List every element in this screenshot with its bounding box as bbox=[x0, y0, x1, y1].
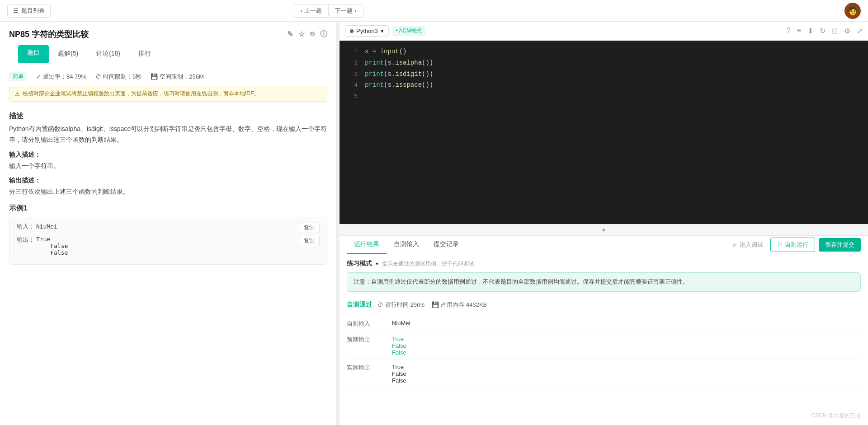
list-icon: ☰ bbox=[13, 7, 19, 14]
problem-meta: 简单 ✓ 通过率：84.79% ⏱ 时间限制：5秒 💾 空间限制：256M bbox=[0, 67, 336, 86]
description-title: 描述 bbox=[9, 112, 327, 121]
example-output-label: 输出： bbox=[17, 236, 34, 243]
time-limit: ⏱ 时间限制：5秒 bbox=[95, 73, 142, 81]
problem-title-text: NP85 字符的类型比较 bbox=[9, 29, 89, 40]
memory-meta: 💾 占用内存 4432KB bbox=[432, 301, 487, 309]
row-label-expected: 预期输出 bbox=[347, 336, 392, 344]
memory-icon: 💾 bbox=[151, 73, 158, 80]
nav-buttons: ‹ 上一题 下一题 › bbox=[294, 4, 363, 18]
code-line-4: 4 print(s.isspace()) bbox=[340, 79, 868, 91]
info-icon[interactable]: ⓘ bbox=[320, 30, 327, 39]
warning-notice: ⚠ 校招时部分企业笔试将禁止编程题跳出页面，为提前适应，练习时请使用在线自测，而… bbox=[9, 86, 327, 102]
list-icon[interactable]: ≡ bbox=[797, 27, 801, 35]
difficulty-badge: 简单 bbox=[9, 72, 27, 81]
row-label-actual: 实际输出 bbox=[347, 364, 392, 372]
practice-mode-hint: 提示未通过的测试用例，便于代码调试 bbox=[382, 260, 474, 268]
results-content: 练习模式 ▾ 提示未通过的测试用例，便于代码调试 注意：自测用例通过仅代表部分的… bbox=[340, 254, 868, 425]
settings-icon[interactable]: ⚙ bbox=[844, 27, 850, 35]
avatar[interactable]: 🧑 bbox=[844, 3, 861, 19]
editor-toolbar: Python3 ▾ • ACM模式 ? ≡ ⬇ ↻ ⊡ ⚙ ⤢ bbox=[340, 22, 868, 41]
code-line-3: 3 print(s.isdigit()) bbox=[340, 69, 868, 80]
question-icon[interactable]: ? bbox=[787, 27, 791, 35]
pass-text: 自测通过 bbox=[347, 301, 372, 309]
chevron-right-icon: › bbox=[354, 7, 356, 14]
clock-icon: ⏱ bbox=[377, 301, 383, 308]
space-limit: 💾 空间限制：256M bbox=[151, 73, 204, 81]
chevron-left-icon: ‹ bbox=[301, 7, 302, 14]
debug-btn[interactable]: ⛭ 进入调试 bbox=[728, 239, 767, 251]
refresh-icon[interactable]: ↻ bbox=[820, 27, 826, 35]
example-input-row: 输入： NiuMei 复制 bbox=[17, 223, 320, 233]
tab-solutions[interactable]: 题解(5) bbox=[49, 45, 87, 63]
code-editor[interactable]: 1 s = input() 2 print(s.isalpha()) 3 pri… bbox=[340, 41, 868, 224]
description-text: Python有内置函数isalpha、isdigit、isspace可以分别判断… bbox=[9, 124, 327, 145]
memory-icon: 💾 bbox=[432, 301, 439, 308]
example-input-label: 输入： bbox=[17, 223, 34, 230]
result-row-input: 自测输入 NiuMei bbox=[347, 316, 861, 332]
watermark: CSDN @北极的三哈 bbox=[811, 412, 861, 420]
clock-icon: ⏱ bbox=[95, 73, 101, 80]
download-icon[interactable]: ⬇ bbox=[807, 27, 813, 35]
problem-title: NP85 字符的类型比较 ✎ ☆ ⎋ ⓘ bbox=[9, 29, 327, 40]
example-box: 输入： NiuMei 复制 输出： True False False 复制 bbox=[9, 217, 327, 265]
problem-content: 描述 Python有内置函数isalpha、isdigit、isspace可以分… bbox=[0, 105, 336, 425]
code-line-5: 5 bbox=[340, 91, 868, 102]
edit-icon[interactable]: ✎ bbox=[287, 30, 293, 39]
practice-mode-arrow: ▾ bbox=[376, 261, 378, 267]
pass-meta: ⏱ 运行时间 29ms 💾 占用内存 4432KB bbox=[377, 301, 487, 309]
row-value-input: NiuMei bbox=[392, 320, 410, 327]
problem-tabs: 题目 题解(5) 讨论(18) 排行 bbox=[9, 45, 327, 63]
next-btn[interactable]: 下一题 › bbox=[328, 4, 363, 18]
collapse-handle[interactable]: ▾ bbox=[340, 224, 868, 235]
results-panel: 运行结果 自测输入 提交记录 ⛭ 进入调试 ▷ 自测运行 保存并提交 练习模式 bbox=[340, 235, 868, 425]
tab-problem[interactable]: 题目 bbox=[18, 45, 49, 63]
copy-output-btn[interactable]: 复制 bbox=[299, 236, 320, 246]
pass-rate: ✓ 通过率：84.79% bbox=[36, 73, 86, 81]
warning-icon: ⚠ bbox=[15, 91, 20, 97]
run-time-meta: ⏱ 运行时间 29ms bbox=[377, 301, 425, 309]
problem-header: NP85 字符的类型比较 ✎ ☆ ⎋ ⓘ 题目 题解(5) 讨论(18) 排行 bbox=[0, 22, 336, 67]
check-icon: ✓ bbox=[36, 73, 41, 80]
lang-dot bbox=[350, 29, 354, 33]
language-label: Python3 bbox=[356, 28, 378, 34]
fullscreen-icon[interactable]: ⤢ bbox=[857, 27, 863, 35]
left-panel: NP85 字符的类型比较 ✎ ☆ ⎋ ⓘ 题目 题解(5) 讨论(18) 排行 … bbox=[0, 22, 337, 425]
chevron-down-icon: ▾ bbox=[602, 226, 605, 234]
example-output-section: 输出： True False False bbox=[17, 236, 68, 256]
tab-submit-history[interactable]: 提交记录 bbox=[426, 236, 466, 254]
run-btn[interactable]: ▷ 自测运行 bbox=[770, 238, 815, 252]
practice-mode-bar: 练习模式 ▾ 提示未通过的测试用例，便于代码调试 bbox=[347, 260, 861, 268]
row-value-expected: TrueFalseFalse bbox=[392, 336, 406, 356]
share-icon[interactable]: ⎋ bbox=[310, 30, 315, 39]
main-layout: NP85 字符的类型比较 ✎ ☆ ⎋ ⓘ 题目 题解(5) 讨论(18) 排行 … bbox=[0, 22, 868, 425]
code-line-2: 2 print(s.isalpha()) bbox=[340, 57, 868, 69]
tab-self-test[interactable]: 自测输入 bbox=[387, 236, 426, 254]
problem-icons: ✎ ☆ ⎋ ⓘ bbox=[287, 30, 327, 39]
input-desc-title: 输入描述： bbox=[9, 151, 327, 159]
input-desc: 输入一个字符串。 bbox=[9, 161, 327, 172]
split-icon[interactable]: ⊡ bbox=[832, 27, 838, 35]
notice-box: 注意：自测用例通过仅代表部分的数据用例通过，不代表题目的全部数据用例均能通过。保… bbox=[347, 272, 861, 292]
top-nav: ☰ 题目列表 ‹ 上一题 下一题 › 🧑 bbox=[0, 0, 868, 22]
example-input-value: NiuMei bbox=[36, 223, 57, 230]
output-desc-title: 输出描述： bbox=[9, 177, 327, 185]
row-label-input: 自测输入 bbox=[347, 320, 392, 328]
star-icon[interactable]: ☆ bbox=[298, 30, 305, 39]
tab-ranking[interactable]: 排行 bbox=[129, 45, 160, 63]
problem-list-btn[interactable]: ☰ 题目列表 bbox=[7, 4, 51, 18]
problem-list-label: 题目列表 bbox=[21, 7, 45, 15]
prev-btn[interactable]: ‹ 上一题 bbox=[294, 4, 328, 18]
row-value-actual: TrueFalseFalse bbox=[392, 364, 406, 384]
acm-mode-badge: • ACM模式 bbox=[392, 26, 426, 36]
copy-input-btn[interactable]: 复制 bbox=[299, 223, 320, 233]
language-selector[interactable]: Python3 ▾ bbox=[345, 25, 389, 37]
results-tabs: 运行结果 自测输入 提交记录 ⛭ 进入调试 ▷ 自测运行 保存并提交 bbox=[340, 236, 868, 254]
submit-btn[interactable]: 保存并提交 bbox=[819, 238, 861, 252]
toolbar-icons: ? ≡ ⬇ ↻ ⊡ ⚙ ⤢ bbox=[787, 27, 863, 35]
result-table: 自测输入 NiuMei 预期输出 TrueFalseFalse 实际输出 Tru… bbox=[347, 316, 861, 388]
tab-discussion[interactable]: 讨论(18) bbox=[87, 45, 129, 63]
tab-run-result[interactable]: 运行结果 bbox=[347, 236, 387, 254]
example-input-section: 输入： NiuMei bbox=[17, 223, 57, 231]
result-row-actual: 实际输出 TrueFalseFalse bbox=[347, 360, 861, 388]
result-row-expected: 预期输出 TrueFalseFalse bbox=[347, 332, 861, 360]
